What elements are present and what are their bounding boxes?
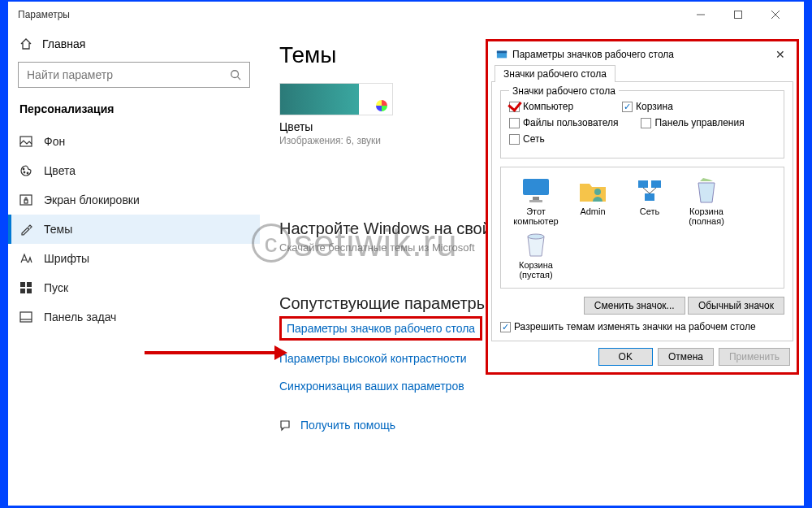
network-icon [635, 177, 664, 203]
sidebar-item-label: Цвета [44, 164, 76, 177]
checkbox-icon [509, 118, 520, 128]
get-help-link[interactable]: Получить помощь [279, 419, 784, 432]
sidebar-item-label: Фон [44, 135, 65, 148]
icon-item-admin[interactable]: Admin [566, 176, 620, 226]
dialog-close-button[interactable]: ✕ [772, 48, 788, 61]
desktop-icons-dialog: Параметры значков рабочего стола ✕ Значк… [486, 39, 799, 375]
svg-point-4 [231, 71, 239, 78]
sidebar-item-label: Шрифты [44, 252, 89, 265]
home-icon [19, 37, 32, 50]
svg-line-28 [650, 188, 656, 193]
checkbox-icon [641, 118, 651, 128]
search-input[interactable]: Найти параметр [18, 62, 250, 88]
sidebar-item-label: Пуск [44, 281, 68, 294]
checkbox-icon [622, 102, 633, 112]
search-placeholder: Найти параметр [27, 68, 230, 81]
svg-point-7 [23, 168, 24, 170]
dialog-titlebar: Параметры значков рабочего стола ✕ [491, 45, 793, 64]
checkbox-allow-themes[interactable]: Разрешить темам изменять значки на рабоч… [500, 321, 784, 332]
settings-window: Параметры Главная Найти параметр Персона… [8, 2, 804, 506]
minimize-button[interactable] [682, 2, 719, 28]
icon-item-recyclebin-full[interactable]: Корзина (полная) [680, 176, 733, 226]
home-nav[interactable]: Главная [8, 33, 260, 62]
sidebar: Главная Найти параметр Персонализация Фо… [8, 28, 260, 506]
cancel-button[interactable]: Отмена [658, 348, 714, 366]
svg-line-27 [643, 188, 650, 193]
maximize-button[interactable] [719, 2, 757, 28]
section-title: Персонализация [8, 102, 260, 127]
svg-point-9 [27, 172, 28, 174]
checkbox-icon [509, 134, 520, 145]
fonts-icon [19, 252, 32, 265]
change-icon-button[interactable]: Сменить значок... [584, 297, 685, 315]
help-icon [279, 419, 292, 432]
svg-line-5 [238, 77, 241, 80]
monitor-icon [521, 177, 551, 203]
window-title: Параметры [18, 9, 70, 20]
svg-rect-12 [20, 282, 25, 287]
checkbox-icon [509, 102, 520, 112]
icons-group: Значки рабочего стола Компьютер Корзина … [500, 90, 784, 158]
sidebar-item-label: Темы [44, 223, 72, 236]
svg-point-29 [528, 234, 544, 239]
checkbox-computer[interactable]: Компьютер [509, 101, 573, 112]
themes-icon [19, 223, 32, 236]
svg-rect-13 [27, 282, 32, 287]
svg-rect-11 [24, 200, 28, 203]
svg-point-23 [594, 189, 601, 195]
home-label: Главная [42, 37, 85, 50]
apply-button[interactable]: Применить [719, 348, 790, 366]
sidebar-item-start[interactable]: Пуск [8, 273, 260, 302]
close-button[interactable] [757, 2, 794, 28]
checkbox-userfiles[interactable]: Файлы пользователя [509, 117, 618, 128]
dialog-title: Параметры значков рабочего стола [512, 49, 674, 60]
svg-point-8 [24, 172, 25, 173]
group-legend: Значки рабочего стола [509, 85, 619, 97]
svg-rect-15 [27, 289, 32, 293]
palette-icon [19, 164, 32, 177]
checkbox-network[interactable]: Сеть [509, 133, 545, 145]
svg-rect-22 [529, 200, 542, 202]
bin-full-icon [693, 176, 719, 204]
titlebar: Параметры [8, 2, 804, 28]
sidebar-item-colors[interactable]: Цвета [8, 156, 260, 185]
sidebar-item-fonts[interactable]: Шрифты [8, 244, 260, 273]
icon-item-recyclebin-empty[interactable]: Корзина (пустая) [509, 229, 563, 280]
taskbar-icon [19, 310, 32, 323]
svg-rect-16 [20, 312, 32, 322]
link-sync-settings[interactable]: Синхронизация ваших параметров [279, 376, 784, 396]
bin-empty-icon [523, 230, 549, 258]
checkbox-recyclebin[interactable]: Корзина [622, 101, 673, 112]
svg-rect-25 [651, 180, 661, 188]
folder-user-icon [578, 177, 607, 203]
sidebar-item-label: Экран блокировки [44, 193, 140, 206]
sidebar-item-label: Панель задач [44, 310, 116, 323]
search-icon [230, 69, 241, 80]
svg-rect-14 [20, 289, 25, 293]
lockscreen-icon [19, 193, 32, 206]
icon-item-network[interactable]: Сеть [623, 176, 676, 226]
start-icon [19, 281, 32, 294]
svg-rect-6 [20, 137, 32, 146]
dialog-icon [496, 49, 508, 60]
ok-button[interactable]: OK [598, 348, 653, 366]
sidebar-item-themes[interactable]: Темы [8, 215, 260, 244]
checkbox-controlpanel[interactable]: Панель управления [641, 117, 744, 128]
svg-rect-26 [645, 193, 654, 201]
svg-rect-1 [735, 11, 742, 19]
picture-icon [19, 135, 32, 148]
dialog-tab[interactable]: Значки рабочего стола [495, 65, 615, 82]
svg-rect-19 [497, 51, 507, 54]
icon-preview-list[interactable]: Этот компьютер Admin Сеть Корзина (полна… [500, 167, 784, 289]
svg-rect-24 [638, 180, 648, 188]
svg-rect-20 [523, 179, 549, 195]
icon-item-computer[interactable]: Этот компьютер [509, 176, 563, 226]
theme-thumbnail[interactable] [279, 83, 393, 115]
sidebar-item-background[interactable]: Фон [8, 127, 260, 156]
default-icon-button[interactable]: Обычный значок [688, 297, 784, 315]
link-desktop-icons[interactable]: Параметры значков рабочего стола [279, 316, 482, 341]
checkbox-icon [500, 322, 511, 332]
svg-rect-21 [533, 197, 539, 200]
sidebar-item-taskbar[interactable]: Панель задач [8, 302, 260, 332]
sidebar-item-lockscreen[interactable]: Экран блокировки [8, 185, 260, 215]
